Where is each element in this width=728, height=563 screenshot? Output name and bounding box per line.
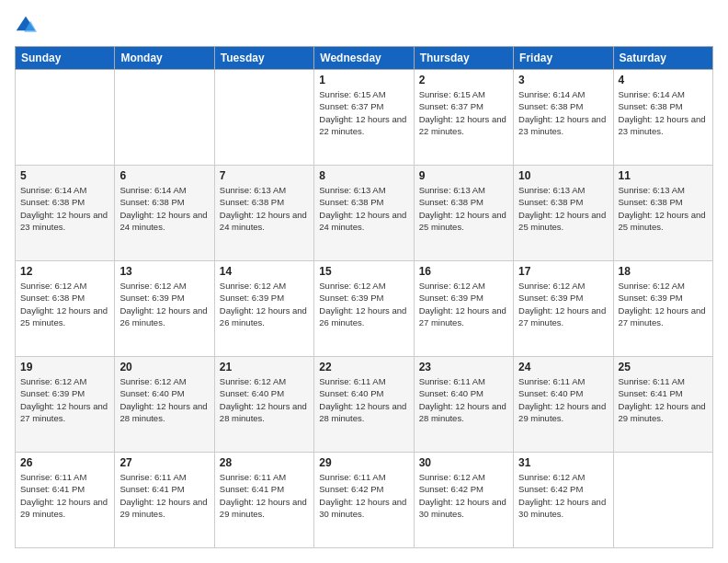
- day-info: Sunrise: 6:13 AM Sunset: 6:38 PM Dayligh…: [419, 184, 508, 233]
- day-info: Sunrise: 6:12 AM Sunset: 6:42 PM Dayligh…: [518, 471, 608, 520]
- day-number: 21: [220, 361, 309, 373]
- weekday-header-monday: Monday: [115, 47, 214, 70]
- day-info: Sunrise: 6:12 AM Sunset: 6:39 PM Dayligh…: [220, 280, 309, 328]
- weekday-header-row: SundayMondayTuesdayWednesdayThursdayFrid…: [16, 47, 713, 70]
- day-number: 7: [220, 169, 309, 182]
- day-info: Sunrise: 6:13 AM Sunset: 6:38 PM Dayligh…: [619, 184, 708, 233]
- calendar-cell: 31Sunrise: 6:12 AM Sunset: 6:42 PM Dayli…: [514, 453, 613, 548]
- day-number: 15: [319, 265, 408, 278]
- calendar-cell: [16, 70, 115, 166]
- day-number: 14: [220, 265, 309, 278]
- calendar-cell: 13Sunrise: 6:12 AM Sunset: 6:39 PM Dayli…: [115, 261, 214, 357]
- calendar-cell: 4Sunrise: 6:14 AM Sunset: 6:38 PM Daylig…: [613, 70, 712, 166]
- day-info: Sunrise: 6:13 AM Sunset: 6:38 PM Dayligh…: [319, 184, 408, 233]
- logo-icon: [15, 15, 37, 37]
- calendar-cell: 12Sunrise: 6:12 AM Sunset: 6:38 PM Dayli…: [16, 261, 115, 357]
- calendar-page: SundayMondayTuesdayWednesdayThursdayFrid…: [0, 0, 728, 563]
- day-info: Sunrise: 6:11 AM Sunset: 6:41 PM Dayligh…: [119, 471, 209, 520]
- calendar-cell: [115, 70, 214, 166]
- day-info: Sunrise: 6:12 AM Sunset: 6:39 PM Dayligh…: [419, 280, 508, 328]
- day-number: 13: [119, 265, 209, 278]
- calendar-cell: 23Sunrise: 6:11 AM Sunset: 6:40 PM Dayli…: [414, 357, 513, 453]
- day-number: 30: [419, 456, 508, 469]
- day-number: 4: [619, 74, 708, 86]
- weekday-header-tuesday: Tuesday: [214, 47, 313, 70]
- weekday-header-friday: Friday: [514, 47, 613, 70]
- day-info: Sunrise: 6:12 AM Sunset: 6:39 PM Dayligh…: [518, 280, 608, 328]
- calendar-cell: 27Sunrise: 6:11 AM Sunset: 6:41 PM Dayli…: [115, 453, 214, 548]
- day-info: Sunrise: 6:12 AM Sunset: 6:39 PM Dayligh…: [619, 280, 708, 328]
- calendar-week-2: 5Sunrise: 6:14 AM Sunset: 6:38 PM Daylig…: [16, 166, 713, 261]
- day-info: Sunrise: 6:14 AM Sunset: 6:38 PM Dayligh…: [518, 88, 608, 137]
- day-info: Sunrise: 6:11 AM Sunset: 6:41 PM Dayligh…: [20, 471, 109, 520]
- day-number: 9: [419, 169, 508, 182]
- calendar-cell: 1Sunrise: 6:15 AM Sunset: 6:37 PM Daylig…: [314, 70, 414, 166]
- day-number: 12: [20, 265, 109, 278]
- day-number: 28: [220, 456, 309, 469]
- calendar-cell: 20Sunrise: 6:12 AM Sunset: 6:40 PM Dayli…: [115, 357, 214, 453]
- day-number: 19: [20, 361, 109, 373]
- day-info: Sunrise: 6:11 AM Sunset: 6:41 PM Dayligh…: [619, 375, 708, 424]
- day-number: 17: [518, 265, 608, 278]
- calendar-cell: 26Sunrise: 6:11 AM Sunset: 6:41 PM Dayli…: [16, 453, 115, 548]
- calendar-cell: [214, 70, 313, 166]
- weekday-header-thursday: Thursday: [414, 47, 513, 70]
- day-number: 18: [619, 265, 708, 278]
- day-number: 3: [518, 74, 608, 86]
- day-info: Sunrise: 6:13 AM Sunset: 6:38 PM Dayligh…: [518, 184, 608, 233]
- calendar-cell: [613, 453, 712, 548]
- calendar-cell: 18Sunrise: 6:12 AM Sunset: 6:39 PM Dayli…: [613, 261, 712, 357]
- day-number: 24: [518, 361, 608, 373]
- day-number: 20: [119, 361, 209, 373]
- calendar-header: SundayMondayTuesdayWednesdayThursdayFrid…: [16, 47, 713, 70]
- calendar-cell: 28Sunrise: 6:11 AM Sunset: 6:41 PM Dayli…: [214, 453, 313, 548]
- calendar-cell: 6Sunrise: 6:14 AM Sunset: 6:38 PM Daylig…: [115, 166, 214, 261]
- day-number: 26: [20, 456, 109, 469]
- day-info: Sunrise: 6:15 AM Sunset: 6:37 PM Dayligh…: [419, 88, 508, 137]
- day-number: 2: [419, 74, 508, 86]
- calendar-cell: 30Sunrise: 6:12 AM Sunset: 6:42 PM Dayli…: [414, 453, 513, 548]
- day-number: 10: [518, 169, 608, 182]
- day-info: Sunrise: 6:11 AM Sunset: 6:42 PM Dayligh…: [319, 471, 408, 520]
- calendar-cell: 29Sunrise: 6:11 AM Sunset: 6:42 PM Dayli…: [314, 453, 414, 548]
- day-info: Sunrise: 6:12 AM Sunset: 6:39 PM Dayligh…: [319, 280, 408, 328]
- calendar-cell: 17Sunrise: 6:12 AM Sunset: 6:39 PM Dayli…: [514, 261, 613, 357]
- calendar-cell: 3Sunrise: 6:14 AM Sunset: 6:38 PM Daylig…: [514, 70, 613, 166]
- day-number: 5: [20, 169, 109, 182]
- calendar-body: 1Sunrise: 6:15 AM Sunset: 6:37 PM Daylig…: [16, 70, 713, 548]
- weekday-header-sunday: Sunday: [16, 47, 115, 70]
- calendar-cell: 22Sunrise: 6:11 AM Sunset: 6:40 PM Dayli…: [314, 357, 414, 453]
- calendar-week-3: 12Sunrise: 6:12 AM Sunset: 6:38 PM Dayli…: [16, 261, 713, 357]
- day-number: 1: [319, 74, 408, 86]
- day-info: Sunrise: 6:14 AM Sunset: 6:38 PM Dayligh…: [619, 88, 708, 137]
- day-info: Sunrise: 6:12 AM Sunset: 6:39 PM Dayligh…: [20, 375, 109, 424]
- calendar-cell: 19Sunrise: 6:12 AM Sunset: 6:39 PM Dayli…: [16, 357, 115, 453]
- calendar-cell: 10Sunrise: 6:13 AM Sunset: 6:38 PM Dayli…: [514, 166, 613, 261]
- calendar-cell: 21Sunrise: 6:12 AM Sunset: 6:40 PM Dayli…: [214, 357, 313, 453]
- day-info: Sunrise: 6:11 AM Sunset: 6:40 PM Dayligh…: [319, 375, 408, 424]
- calendar-cell: 24Sunrise: 6:11 AM Sunset: 6:40 PM Dayli…: [514, 357, 613, 453]
- day-number: 23: [419, 361, 508, 373]
- logo: [15, 15, 40, 37]
- day-info: Sunrise: 6:11 AM Sunset: 6:41 PM Dayligh…: [220, 471, 309, 520]
- calendar-cell: 16Sunrise: 6:12 AM Sunset: 6:39 PM Dayli…: [414, 261, 513, 357]
- calendar-cell: 8Sunrise: 6:13 AM Sunset: 6:38 PM Daylig…: [314, 166, 414, 261]
- calendar-cell: 2Sunrise: 6:15 AM Sunset: 6:37 PM Daylig…: [414, 70, 513, 166]
- day-info: Sunrise: 6:15 AM Sunset: 6:37 PM Dayligh…: [319, 88, 408, 137]
- day-info: Sunrise: 6:13 AM Sunset: 6:38 PM Dayligh…: [220, 184, 309, 233]
- day-info: Sunrise: 6:12 AM Sunset: 6:42 PM Dayligh…: [419, 471, 508, 520]
- calendar-cell: 14Sunrise: 6:12 AM Sunset: 6:39 PM Dayli…: [214, 261, 313, 357]
- calendar-cell: 25Sunrise: 6:11 AM Sunset: 6:41 PM Dayli…: [613, 357, 712, 453]
- day-number: 6: [119, 169, 209, 182]
- calendar-week-4: 19Sunrise: 6:12 AM Sunset: 6:39 PM Dayli…: [16, 357, 713, 453]
- calendar-table: SundayMondayTuesdayWednesdayThursdayFrid…: [15, 46, 713, 548]
- day-info: Sunrise: 6:14 AM Sunset: 6:38 PM Dayligh…: [119, 184, 209, 233]
- day-number: 11: [619, 169, 708, 182]
- day-number: 8: [319, 169, 408, 182]
- day-info: Sunrise: 6:12 AM Sunset: 6:39 PM Dayligh…: [119, 280, 209, 328]
- calendar-cell: 7Sunrise: 6:13 AM Sunset: 6:38 PM Daylig…: [214, 166, 313, 261]
- day-number: 31: [518, 456, 608, 469]
- day-info: Sunrise: 6:11 AM Sunset: 6:40 PM Dayligh…: [419, 375, 508, 424]
- day-number: 22: [319, 361, 408, 373]
- day-info: Sunrise: 6:12 AM Sunset: 6:38 PM Dayligh…: [20, 280, 109, 328]
